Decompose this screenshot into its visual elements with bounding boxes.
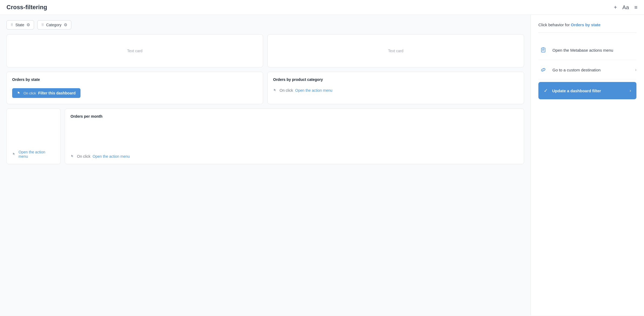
per-month-on-click: On click xyxy=(77,154,90,159)
orders-by-category-card: Orders by product category On click Open… xyxy=(267,72,524,104)
gear-icon-state[interactable]: ⚙ xyxy=(26,22,30,27)
dashboard-filter-chevron: › xyxy=(630,88,631,93)
bottom-left-card: Open the action menu xyxy=(6,108,61,164)
custom-destination-label: Go to a custom destination xyxy=(552,68,631,72)
panel-option-custom-destination[interactable]: Go to a custom destination › xyxy=(538,60,636,80)
cursor-icon-category xyxy=(273,88,277,93)
custom-destination-chevron: › xyxy=(635,67,636,72)
cursor-icon-per-month xyxy=(71,154,75,159)
panel-header: Click behavior for Orders by state xyxy=(538,22,636,33)
dashboard-filter-label: Update a dashboard filter xyxy=(552,88,625,93)
panel-option-metabase-actions[interactable]: Open the Metabase actions menu xyxy=(538,40,636,60)
top-card-grid: Text card Text card Orders by state On c… xyxy=(6,34,524,104)
bottom-left-action-text: Open the action menu xyxy=(12,150,55,159)
category-action-link[interactable]: Open the action menu xyxy=(295,88,333,93)
app-header: Cross-filtering + Aa ≡ xyxy=(0,0,644,15)
bottom-left-action: Open the action menu xyxy=(12,150,55,159)
filter-label-state: State xyxy=(15,23,24,27)
cursor-click-icon xyxy=(17,91,21,95)
filter-chip-category[interactable]: ⠿ Category ⚙ xyxy=(37,20,71,29)
right-panel: Click behavior for Orders by state Open … xyxy=(531,15,644,315)
orders-per-month-title: Orders per month xyxy=(71,114,518,119)
filter-label-category: Category xyxy=(46,23,62,27)
gear-icon-category[interactable]: ⚙ xyxy=(64,22,67,27)
category-on-click: On click xyxy=(280,88,293,93)
panel-header-link[interactable]: Orders by state xyxy=(571,22,601,27)
text-card-2: Text card xyxy=(267,34,524,67)
main-layout: ⠿ State ⚙ ⠿ Category ⚙ Text card Text ca… xyxy=(0,15,644,315)
metabase-actions-icon xyxy=(538,45,548,55)
text-card-1-label: Text card xyxy=(12,40,257,62)
svg-rect-2 xyxy=(542,49,544,50)
bottom-left-action-link[interactable]: Open the action menu xyxy=(19,150,55,159)
filter-dashboard-label: Filter this dashboard xyxy=(38,91,75,95)
header-actions: + Aa ≡ xyxy=(614,4,638,11)
orders-by-state-title: Orders by state xyxy=(12,77,257,82)
metabase-actions-label: Open the Metabase actions menu xyxy=(552,48,636,52)
drag-icon-state: ⠿ xyxy=(11,23,13,27)
link-icon xyxy=(540,67,546,73)
category-action-text: On click Open the action menu xyxy=(273,88,333,93)
dashboard-area: ⠿ State ⚙ ⠿ Category ⚙ Text card Text ca… xyxy=(0,15,531,315)
text-card-2-label: Text card xyxy=(273,40,518,62)
filter-icon[interactable]: ≡ xyxy=(634,4,638,11)
orders-by-category-action: On click Open the action menu xyxy=(273,88,518,93)
page-title: Cross-filtering xyxy=(6,4,47,11)
font-icon[interactable]: Aa xyxy=(622,4,629,11)
filter-dashboard-button[interactable]: On click Filter this dashboard xyxy=(12,88,81,98)
bottom-card-grid: Open the action menu Orders per month On… xyxy=(6,108,524,164)
text-card-1: Text card xyxy=(6,34,263,67)
svg-rect-4 xyxy=(542,48,544,48)
cursor-icon-bottom-left xyxy=(12,152,16,156)
per-month-action-link[interactable]: Open the action menu xyxy=(93,154,130,159)
drag-icon-category: ⠿ xyxy=(41,23,44,27)
panel-header-text: Click behavior for xyxy=(538,22,571,27)
orders-by-state-action: On click Filter this dashboard xyxy=(12,88,257,98)
clipboard-icon xyxy=(540,47,546,53)
orders-per-month-action: On click Open the action menu xyxy=(71,154,518,159)
per-month-action-text: On click Open the action menu xyxy=(71,154,130,159)
on-click-label: On click xyxy=(24,91,36,95)
panel-option-dashboard-filter[interactable]: ✓ Update a dashboard filter › xyxy=(538,82,636,99)
add-icon[interactable]: + xyxy=(614,4,617,11)
orders-by-category-title: Orders by product category xyxy=(273,77,518,82)
custom-destination-icon xyxy=(538,65,548,75)
orders-by-state-card: Orders by state On click Filter this das… xyxy=(6,72,263,104)
filter-chip-state[interactable]: ⠿ State ⚙ xyxy=(6,20,34,29)
svg-rect-3 xyxy=(542,50,544,51)
filter-bar: ⠿ State ⚙ ⠿ Category ⚙ xyxy=(6,20,524,29)
check-icon: ✓ xyxy=(544,88,548,94)
orders-per-month-card: Orders per month On click Open the actio… xyxy=(65,108,524,164)
